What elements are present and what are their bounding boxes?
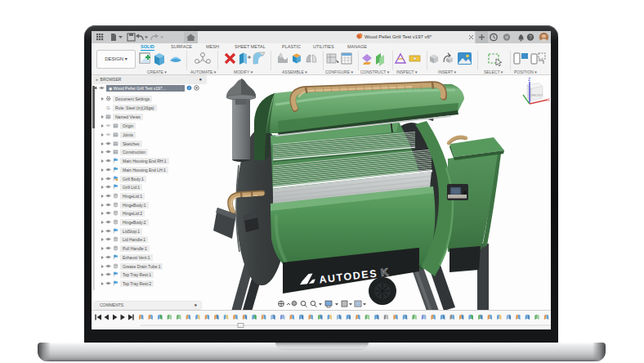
svg-text:FRONT: FRONT — [531, 93, 543, 97]
svg-text:?: ? — [529, 34, 532, 40]
svg-text:G: G — [106, 105, 110, 110]
svg-text:Z: Z — [528, 78, 530, 82]
svg-text:K: K — [380, 267, 389, 279]
svg-text:X: X — [548, 98, 550, 102]
